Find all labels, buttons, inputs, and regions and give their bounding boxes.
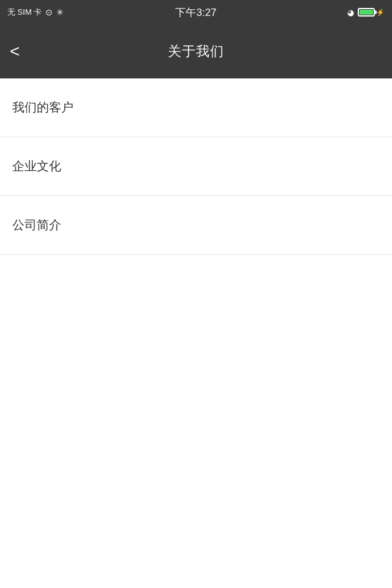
- nav-bar: < 关于我们: [0, 24, 392, 78]
- status-left: 无 SIM 卡 ⊙ ✳: [7, 7, 64, 18]
- status-right: ◕ ⚡: [347, 8, 385, 17]
- list-item-label: 企业文化: [12, 158, 61, 175]
- battery-container: ⚡: [358, 8, 385, 17]
- sim-text: 无 SIM 卡: [7, 7, 42, 18]
- content-list: 我们的客户 企业文化 公司简介: [0, 78, 392, 255]
- bolt-icon: ⚡: [376, 9, 385, 17]
- battery-fill: [360, 10, 373, 15]
- back-chevron-icon: <: [10, 43, 20, 60]
- lock-icon: ◕: [347, 8, 354, 17]
- list-item-label: 公司简介: [12, 217, 61, 233]
- back-button[interactable]: <: [10, 43, 20, 60]
- page-title: 关于我们: [168, 42, 224, 61]
- signal-icon: ✳: [56, 7, 64, 17]
- wifi-icon: ⊙: [45, 7, 53, 17]
- list-item-our-clients[interactable]: 我们的客户: [0, 78, 392, 137]
- battery-icon: [358, 8, 375, 17]
- list-item-corporate-culture[interactable]: 企业文化: [0, 137, 392, 196]
- list-item-company-intro[interactable]: 公司简介: [0, 196, 392, 255]
- status-time: 下午3:27: [175, 6, 216, 20]
- list-item-label: 我们的客户: [12, 99, 74, 116]
- status-bar: 无 SIM 卡 ⊙ ✳ 下午3:27 ◕ ⚡: [0, 0, 392, 24]
